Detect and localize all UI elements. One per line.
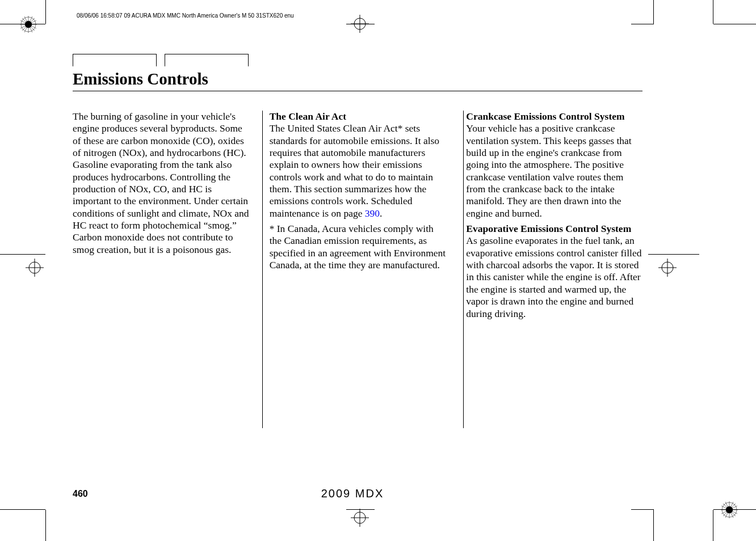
header-metadata: 08/06/06 16:58:07 09 ACURA MDX MMC North… (77, 12, 294, 19)
body-paragraph: * In Canada, Acura vehicles comply with … (270, 223, 446, 271)
body-paragraph: The Clean Air ActThe United States Clean… (270, 111, 446, 219)
tab-boxes (73, 54, 249, 66)
subheading: Crankcase Emissions Control System (466, 111, 624, 122)
crosshair-icon (26, 259, 44, 277)
body-text: . (380, 208, 382, 219)
page-link[interactable]: 390 (365, 208, 380, 219)
body-text: Your vehicle has a positive crankcase ve… (466, 122, 631, 218)
crop-mark (631, 509, 654, 510)
body-text: The United States Clean Air Act (270, 122, 398, 134)
body-paragraph: Crankcase Emissions Control SystemYour v… (466, 111, 642, 219)
crop-mark (0, 509, 45, 510)
body-paragraph: Evaporative Emissions Control SystemAs g… (466, 223, 642, 320)
crop-mark (653, 510, 654, 541)
tab-box (165, 54, 249, 66)
crop-mark (713, 0, 713, 24)
body-text: sets standards for automobile emissions.… (270, 122, 439, 218)
section-title: Emissions Controls (73, 70, 208, 88)
crop-mark (653, 0, 654, 24)
svg-point-9 (25, 21, 32, 28)
subheading: Evaporative Emissions Control System (466, 223, 631, 234)
svg-point-19 (726, 506, 733, 513)
crop-mark (631, 24, 654, 24)
column-2: The Clean Air ActThe United States Clean… (259, 111, 456, 323)
body-paragraph: The burning of gasoline in your vehicle'… (73, 111, 249, 256)
column-3: Crankcase Emissions Control SystemYour v… (456, 111, 642, 323)
crop-mark (0, 254, 45, 255)
crosshair-icon (658, 259, 677, 277)
body-text: As gasoline evaporates in the fuel tank,… (466, 235, 641, 319)
footer-model-year: 2009 MDX (0, 487, 705, 500)
crosshair-icon (351, 15, 369, 33)
registration-mark-icon (721, 501, 738, 518)
tab-box (73, 54, 157, 66)
column-1: The burning of gasoline in your vehicle'… (73, 111, 259, 323)
crop-mark (713, 510, 713, 541)
crop-mark (648, 254, 699, 255)
subheading: The Clean Air Act (270, 111, 346, 122)
registration-mark-icon (20, 16, 37, 33)
crop-mark (45, 510, 46, 541)
body-text: In Canada, Acura vehicles comply with th… (270, 223, 446, 270)
crop-mark (713, 24, 756, 24)
body-columns: The burning of gasoline in your vehicle'… (73, 111, 642, 323)
horizontal-rule (73, 91, 642, 91)
crop-mark (45, 0, 46, 24)
crosshair-icon (351, 509, 369, 527)
